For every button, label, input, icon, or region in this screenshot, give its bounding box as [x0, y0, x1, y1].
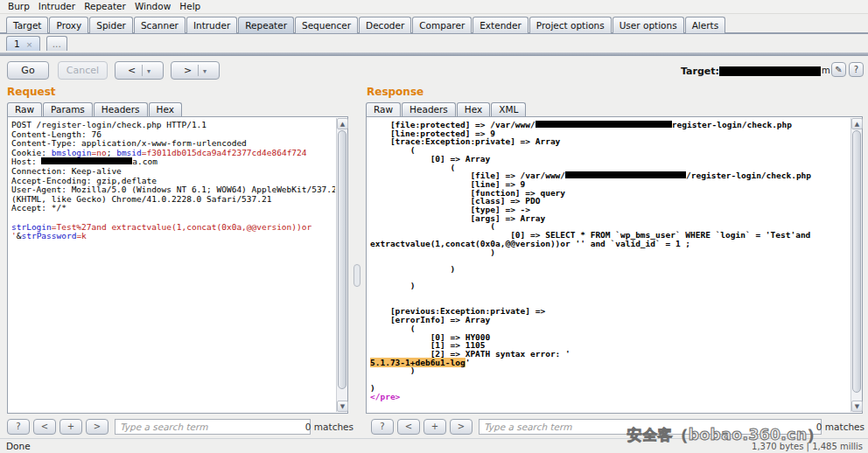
prev-arrow-icon: <: [128, 65, 136, 76]
status-text: Done: [6, 441, 31, 451]
tab-proxy[interactable]: Proxy: [49, 17, 88, 33]
tab-intruder[interactable]: Intruder: [186, 17, 237, 33]
go-button[interactable]: Go: [7, 61, 49, 80]
request-search-input[interactable]: [115, 419, 311, 435]
search-options-button[interactable]: +: [60, 419, 82, 435]
scroll-down-icon[interactable]: ▼: [851, 401, 863, 412]
tab-repeater[interactable]: Repeater: [238, 17, 294, 33]
request-scrollbar[interactable]: ▲ ▼: [336, 118, 347, 412]
code-line: ): [370, 248, 850, 257]
code-line: ): [370, 384, 850, 393]
code-line: ): [370, 265, 850, 274]
divider: [142, 65, 143, 76]
prev-request-button[interactable]: <▾: [115, 61, 164, 80]
tab-project-options[interactable]: Project options: [529, 17, 612, 33]
next-arrow-icon: >: [184, 65, 192, 76]
request-raw-content[interactable]: POST /register-login/check.php HTTP/1.1C…: [9, 118, 335, 412]
request-search-bar: ? < + > 0 matches: [0, 417, 360, 437]
menu-bar: BurpIntruderRepeaterWindowHelp: [0, 0, 868, 14]
code-line: Cookie: bmslogin=no; bmsid=f3011db015dca…: [11, 149, 335, 158]
search-next-button[interactable]: >: [86, 419, 108, 435]
code-line: [370, 290, 850, 299]
watermark: 安全客（bobao.360.cn）: [627, 425, 822, 445]
code-line: </pre>: [370, 393, 850, 401]
cancel-button: Cancel: [58, 61, 108, 80]
repeater-tab-more[interactable]: ...: [46, 36, 67, 51]
response-tab-bar: RawHeadersHexXML: [366, 102, 527, 117]
scrollbar-thumb[interactable]: [338, 130, 346, 389]
scroll-up-icon[interactable]: ▲: [337, 118, 348, 129]
request-tab-raw[interactable]: Raw: [7, 102, 42, 116]
question-icon: ?: [854, 65, 858, 74]
code-line: Accept: */*: [11, 204, 335, 213]
chevron-down-icon[interactable]: ▾: [147, 67, 150, 75]
tab-target[interactable]: Target: [6, 17, 48, 33]
request-tab-bar: RawParamsHeadersHex: [7, 102, 183, 117]
search-prev-button[interactable]: <: [397, 419, 420, 435]
response-match-count: 0 matches: [816, 422, 864, 432]
request-tab-hex[interactable]: Hex: [149, 102, 182, 116]
code-line: [trace:Exception:private] => Array: [370, 137, 850, 146]
scroll-down-icon[interactable]: ▼: [337, 401, 348, 412]
chevron-down-icon[interactable]: ▾: [203, 67, 206, 75]
code-line: [errorInfo] => Array: [370, 316, 850, 324]
repeater-tab-1-label: 1: [14, 38, 20, 49]
main-tab-bar: TargetProxySpiderScannerIntruderRepeater…: [0, 15, 868, 34]
target-label: Target:: [681, 66, 719, 77]
code-line: 5.1.73-1+deb6u1-log': [370, 359, 850, 367]
panel-divider-grip[interactable]: [354, 264, 360, 287]
request-tab-headers[interactable]: Headers: [94, 102, 148, 116]
search-options-button[interactable]: +: [424, 419, 446, 435]
response-tab-raw[interactable]: Raw: [366, 102, 401, 116]
close-icon[interactable]: ×: [26, 40, 33, 49]
tab-alerts[interactable]: Alerts: [685, 17, 725, 33]
code-line: ): [370, 282, 850, 290]
separator-bar: [0, 52, 868, 56]
menu-window[interactable]: Window: [130, 0, 175, 12]
code-line: [370, 375, 850, 384]
target-host-redacted: [719, 66, 821, 76]
tab-sequencer[interactable]: Sequencer: [295, 17, 358, 33]
target-host-suffix: m: [822, 66, 830, 75]
redaction-box: [41, 157, 132, 164]
code-line: [370, 274, 850, 282]
tab-decoder[interactable]: Decoder: [359, 17, 411, 33]
divider: [198, 65, 199, 76]
tab-user-options[interactable]: User options: [612, 17, 684, 33]
repeater-tab-bar: 1× ...: [0, 36, 868, 52]
request-tab-params[interactable]: Params: [43, 102, 93, 116]
search-help-button[interactable]: ?: [7, 419, 30, 435]
search-help-button[interactable]: ?: [371, 419, 394, 435]
burp-repeater-window: BurpIntruderRepeaterWindowHelp TargetPro…: [0, 0, 868, 453]
response-scrollbar[interactable]: ▲ ▼: [850, 118, 862, 412]
redaction-box: [536, 121, 672, 128]
scrollbar-thumb[interactable]: [852, 130, 861, 393]
menu-burp[interactable]: Burp: [4, 0, 34, 12]
pencil-icon: ✎: [835, 65, 842, 74]
menu-help[interactable]: Help: [175, 0, 205, 12]
tab-comparer[interactable]: Comparer: [412, 17, 472, 33]
response-raw-content[interactable]: [file:protected] => /var/www/register-lo…: [368, 118, 850, 412]
tab-scanner[interactable]: Scanner: [134, 17, 186, 33]
request-match-count: 0 matches: [305, 422, 354, 432]
code-line: ): [370, 366, 850, 375]
tab-extender[interactable]: Extender: [472, 17, 528, 33]
code-line: '&strPassword=k: [11, 232, 335, 241]
request-editor[interactable]: POST /register-login/check.php HTTP/1.1C…: [7, 116, 348, 414]
redaction-box: [565, 171, 686, 178]
response-tab-hex[interactable]: Hex: [457, 102, 490, 116]
response-editor[interactable]: [file:protected] => /var/www/register-lo…: [366, 116, 863, 414]
edit-target-button[interactable]: ✎: [831, 62, 846, 77]
repeater-tab-1[interactable]: 1×: [6, 36, 40, 51]
tab-spider[interactable]: Spider: [89, 17, 133, 33]
menu-intruder[interactable]: Intruder: [34, 0, 80, 12]
scroll-up-icon[interactable]: ▲: [851, 118, 863, 129]
next-request-button[interactable]: >▾: [171, 61, 220, 80]
response-tab-xml[interactable]: XML: [491, 102, 526, 116]
request-label: Request: [7, 86, 56, 98]
search-next-button[interactable]: >: [450, 419, 472, 435]
menu-repeater[interactable]: Repeater: [80, 0, 130, 12]
search-prev-button[interactable]: <: [33, 419, 56, 435]
help-button[interactable]: ?: [849, 62, 864, 77]
response-tab-headers[interactable]: Headers: [402, 102, 456, 116]
